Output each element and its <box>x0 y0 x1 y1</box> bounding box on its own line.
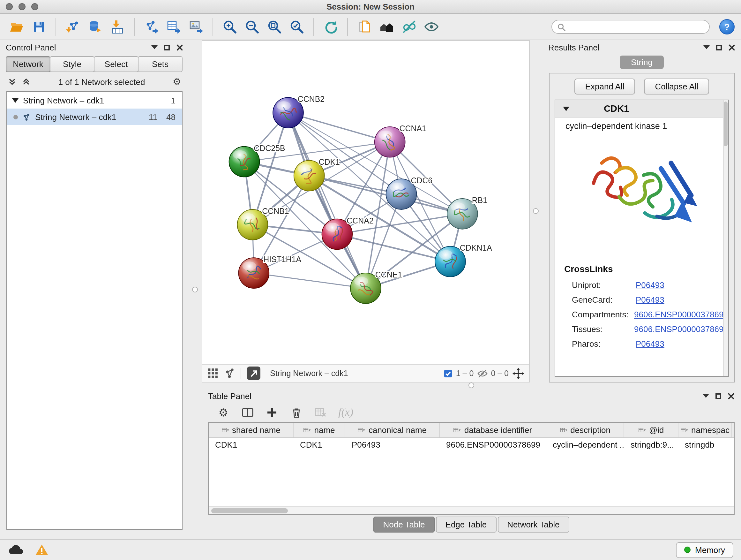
tab-sets[interactable]: Sets <box>138 56 183 72</box>
close-panel-icon[interactable] <box>176 44 183 51</box>
column-header-name[interactable]: name <box>293 423 345 437</box>
close-window-button[interactable] <box>6 3 13 10</box>
disclosure-triangle-icon[interactable] <box>12 98 18 103</box>
tab-style[interactable]: Style <box>50 56 94 72</box>
collapse-all-icon[interactable] <box>8 77 17 86</box>
gear-icon[interactable]: ⚙ <box>173 77 181 86</box>
collapse-panel-icon[interactable] <box>703 394 709 398</box>
float-panel-icon[interactable] <box>164 44 170 50</box>
tab-string[interactable]: String <box>619 56 664 69</box>
collapse-panel-icon[interactable] <box>703 45 710 49</box>
column-header-shared-name[interactable]: shared name <box>209 423 293 437</box>
network-edge-CDK1-RB1[interactable] <box>309 176 462 214</box>
expand-all-icon[interactable] <box>22 77 30 86</box>
table-row[interactable]: CDK1CDK1P064939606.ENSP00000378699cyclin… <box>209 438 734 452</box>
network-canvas[interactable]: CCNB2CCNA1CDC25BCDK1CDC6RB1CCNB1CCNA2CDK… <box>202 41 529 364</box>
panel-splitter[interactable] <box>202 382 741 389</box>
column-header-database-identifier[interactable]: database identifier <box>440 423 546 437</box>
zoom-fit-button[interactable] <box>264 17 285 37</box>
zoom-in-icon <box>222 19 238 35</box>
panel-splitter[interactable] <box>189 40 202 539</box>
float-panel-icon[interactable] <box>716 44 722 50</box>
collapse-panel-icon[interactable] <box>151 45 158 49</box>
crosslink-value[interactable]: P06493 <box>636 339 664 349</box>
save-session-button[interactable] <box>29 17 49 37</box>
grid-view-icon[interactable] <box>207 368 218 379</box>
float-panel-icon[interactable] <box>716 393 721 399</box>
help-button[interactable]: ? <box>719 19 735 35</box>
network-collection-row[interactable]: String Network – cdk1 1 <box>7 92 182 109</box>
collapse-all-button[interactable]: Collapse All <box>644 78 710 95</box>
tab-network-table[interactable]: Network Table <box>497 516 569 532</box>
panel-splitter[interactable] <box>530 40 542 382</box>
export-image-button[interactable] <box>186 17 206 37</box>
checkbox-icon[interactable] <box>444 369 453 378</box>
crosslink-value[interactable]: 9606.ENSP00000378699 <box>634 324 728 334</box>
add-column-icon[interactable] <box>266 406 278 419</box>
export-network-button[interactable] <box>141 17 161 37</box>
results-scrollbar-thumb[interactable] <box>724 102 728 146</box>
import-network-database-button[interactable] <box>85 17 105 37</box>
crosslink-value[interactable]: P06493 <box>636 280 664 290</box>
tab-network[interactable]: Network <box>6 56 51 72</box>
memory-button[interactable]: Memory <box>676 542 733 558</box>
crosslinks-list: Uniprot:P06493GeneCard:P06493Compartment… <box>555 278 728 351</box>
network-row[interactable]: String Network – cdk1 11 48 <box>7 109 182 125</box>
open-session-button[interactable] <box>6 17 27 37</box>
zoom-out-button[interactable] <box>242 17 262 37</box>
overview-button[interactable] <box>377 17 397 37</box>
close-panel-icon[interactable] <box>728 392 735 399</box>
node-label-HIST1H1A: HIST1H1A <box>263 255 301 264</box>
protein-structure-image <box>555 132 728 257</box>
splitter-handle[interactable] <box>192 287 198 292</box>
section-disclosure-icon[interactable] <box>563 106 569 111</box>
table-settings-gear-icon[interactable]: ⚙ <box>217 406 230 419</box>
crosslink-value[interactable]: P06493 <box>636 295 664 305</box>
close-panel-icon[interactable] <box>728 44 735 51</box>
horizontal-scrollbar[interactable] <box>209 506 734 514</box>
titlebar: Session: New Session <box>0 0 741 14</box>
documents-button[interactable] <box>354 17 375 37</box>
network-graph[interactable]: CCNB2CCNA1CDC25BCDK1CDC6RB1CCNB1CCNA2CDK… <box>202 41 529 364</box>
tab-select[interactable]: Select <box>94 56 138 72</box>
minimize-window-button[interactable] <box>18 3 25 10</box>
network-edge-CCNB2-CCNA1[interactable] <box>288 113 390 142</box>
apply-layout-button[interactable] <box>320 17 341 37</box>
question-mark-icon: ? <box>724 22 730 32</box>
splitter-handle[interactable] <box>533 208 539 214</box>
crosslink-row: Tissues:9606.ENSP00000378699 <box>555 322 728 336</box>
column-header-namespac[interactable]: namespac <box>678 423 732 437</box>
export-table-button[interactable] <box>163 17 184 37</box>
hidden-eye-icon[interactable] <box>477 369 488 378</box>
tab-edge-table[interactable]: Edge Table <box>436 516 496 532</box>
results-scrollbar[interactable] <box>723 100 728 376</box>
splitter-handle[interactable] <box>468 382 474 388</box>
gene-section-header[interactable]: CDK1 <box>555 100 728 118</box>
cloud-button[interactable] <box>8 543 24 557</box>
column-header-description[interactable]: description <box>546 423 624 437</box>
show-columns-icon[interactable] <box>241 406 254 419</box>
zoom-selected-button[interactable] <box>286 17 307 37</box>
column-header--id[interactable]: @id <box>624 423 678 437</box>
delete-column-trash-icon[interactable] <box>290 406 302 419</box>
expand-all-button[interactable]: Expand All <box>575 78 635 95</box>
network-view-icon[interactable] <box>224 368 235 379</box>
show-hide-button[interactable] <box>421 17 442 37</box>
node-label-CCNA2: CCNA2 <box>347 216 374 225</box>
crosslink-value[interactable]: 9606.ENSP00000378699 <box>634 310 728 319</box>
horizontal-scrollbar-thumb[interactable] <box>211 508 288 513</box>
import-table-button[interactable] <box>107 17 128 37</box>
arrow-up-right-icon <box>250 369 258 377</box>
network-edge-CCNE1-HIST1H1A[interactable] <box>254 273 366 288</box>
column-header-canonical-name[interactable]: canonical name <box>345 423 440 437</box>
annotation-mode-button[interactable] <box>247 367 260 380</box>
zoom-window-button[interactable] <box>31 3 38 10</box>
zoom-in-button[interactable] <box>219 17 240 37</box>
search-input[interactable] <box>569 22 704 31</box>
crosslink-label: Compartments: <box>572 310 634 319</box>
warnings-button[interactable] <box>33 543 50 557</box>
import-network-file-button[interactable] <box>63 17 83 37</box>
hide-glass-balls-button[interactable] <box>399 17 419 37</box>
pan-move-icon[interactable] <box>513 368 524 379</box>
tab-node-table[interactable]: Node Table <box>374 516 434 532</box>
